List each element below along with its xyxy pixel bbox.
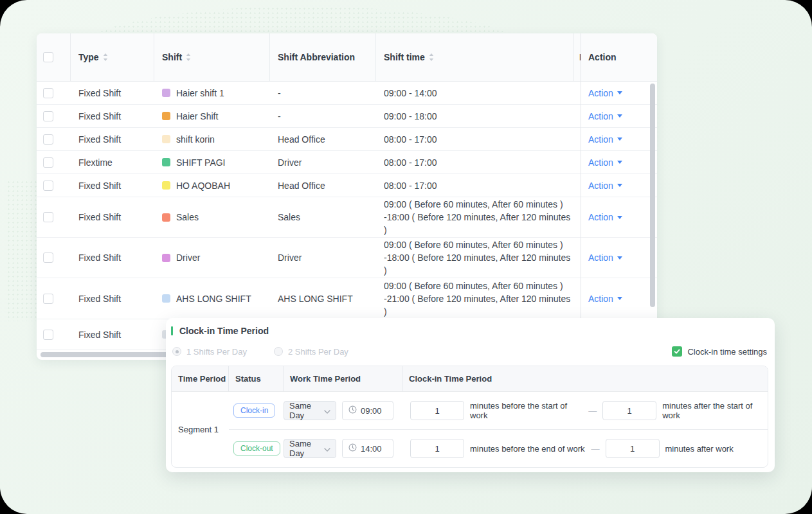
segment-row: Clock-outSame Day14:00minutes before the… — [229, 429, 768, 467]
action-column: Action ActionActionActionActionActionAct… — [581, 33, 648, 360]
shift-cell: HO AQOBAH — [154, 174, 270, 197]
action-label: Action — [588, 134, 613, 145]
day-select[interactable]: Same Day — [284, 439, 336, 458]
row-checkbox[interactable] — [43, 294, 53, 304]
sort-icon — [103, 53, 108, 61]
action-label: Action — [588, 253, 613, 263]
chevron-down-icon — [324, 444, 330, 454]
minutes-after-input[interactable] — [602, 401, 656, 420]
action-dropdown-button[interactable]: Action — [588, 294, 622, 304]
clock-in-period-cell: minutes before the start of work—minutes… — [402, 401, 768, 420]
type-cell: Fixed Shift — [71, 128, 154, 150]
clock-in-time-period-panel: Clock-in Time Period 1 Shifts Per Day 2 … — [166, 318, 775, 472]
type-cell: Fixed Shift — [71, 319, 154, 350]
row-checkbox-cell — [37, 278, 71, 319]
day-select-value: Same Day — [289, 401, 324, 420]
work-time-cell: Same Day09:00 — [284, 401, 402, 420]
action-dropdown-button[interactable]: Action — [588, 212, 622, 222]
row-checkbox-cell — [37, 105, 71, 127]
shift-color-swatch — [162, 135, 170, 143]
day-select-value: Same Day — [289, 439, 324, 458]
table-row: Fixed ShiftSalesSales09:00 ( Before 60 m… — [37, 197, 657, 238]
minutes-before-input[interactable] — [410, 401, 464, 420]
time-value: 09:00 — [361, 406, 382, 416]
vertical-scrollbar[interactable] — [650, 84, 655, 307]
checkbox-checked-icon — [672, 346, 682, 357]
column-header-status: Status — [229, 366, 284, 391]
table-row: Fixed Shiftshift korinHead Office08:00 -… — [37, 128, 657, 151]
type-cell: Fixed Shift — [71, 174, 154, 197]
column-header-shift-time[interactable]: Shift time — [376, 33, 574, 81]
column-header-type[interactable]: Type — [71, 33, 154, 81]
table-row: Fixed ShiftHaier Shift-09:00 - 18:001 — [37, 105, 657, 128]
clock-in-time-settings-checkbox[interactable]: Clock-in time settings — [672, 346, 767, 357]
sort-icon — [186, 53, 191, 61]
row-checkbox[interactable] — [43, 134, 53, 145]
row-checkbox[interactable] — [43, 157, 53, 168]
type-cell: Fixed Shift — [71, 105, 154, 127]
day-select[interactable]: Same Day — [284, 401, 336, 420]
action-cell: Action — [581, 128, 648, 151]
time-picker[interactable]: 14:00 — [342, 439, 393, 458]
column-label: Type — [78, 52, 99, 62]
shift-cell: AHS LONG SHIFT — [154, 278, 270, 319]
minutes-before-input[interactable] — [410, 439, 464, 458]
shift-cell: Sales — [154, 197, 270, 237]
action-dropdown-button[interactable]: Action — [588, 157, 622, 168]
action-dropdown-button[interactable]: Action — [588, 111, 622, 121]
row-checkbox[interactable] — [43, 253, 53, 263]
action-label: Action — [588, 181, 613, 191]
caret-down-icon — [617, 137, 622, 141]
radio-2-shifts-per-day[interactable]: 2 Shifts Per Day — [274, 347, 348, 357]
row-checkbox[interactable] — [43, 88, 53, 98]
action-dropdown-button[interactable]: Action — [588, 253, 622, 263]
action-cell: Action — [581, 105, 648, 128]
radio-1-shifts-per-day[interactable]: 1 Shifts Per Day — [172, 347, 247, 357]
row-checkbox-cell — [37, 174, 71, 197]
type-cell: Flextime — [71, 151, 154, 173]
shift-time-cell: 09:00 ( Before 60 minutes, After 60 minu… — [376, 278, 574, 319]
shift-color-swatch — [162, 181, 170, 190]
abbreviation-cell: Sales — [270, 197, 376, 237]
shift-color-swatch — [162, 112, 170, 120]
caret-down-icon — [617, 216, 622, 219]
row-checkbox[interactable] — [43, 330, 53, 340]
row-checkbox[interactable] — [43, 181, 53, 191]
column-label: Action — [588, 52, 617, 62]
shift-time-cell: 08:00 - 17:00 — [376, 174, 574, 197]
abbreviation-cell: Head Office — [270, 128, 376, 150]
caret-down-icon — [617, 91, 622, 94]
action-dropdown-button[interactable]: Action — [588, 134, 622, 145]
caret-down-icon — [617, 114, 622, 118]
segment-row: Clock-inSame Day09:00minutes before the … — [229, 392, 768, 429]
header-select-all — [37, 33, 71, 81]
clock-in-table: Time Period Status Work Time Period Cloc… — [171, 366, 768, 468]
shift-cell: shift korin — [154, 128, 270, 150]
shift-cell: SHIFT PAGI — [154, 151, 270, 173]
column-header-shift[interactable]: Shift — [154, 33, 270, 81]
column-label: Shift Abbreviation — [278, 52, 355, 62]
select-all-checkbox[interactable] — [43, 52, 53, 62]
action-label: Action — [588, 294, 613, 304]
table-header: Type Shift Shift Abbreviation Shift time — [37, 33, 657, 82]
action-dropdown-button[interactable]: Action — [588, 181, 622, 191]
caret-down-icon — [617, 161, 622, 164]
shift-cell: Driver — [154, 238, 270, 278]
row-checkbox[interactable] — [43, 111, 53, 121]
table-row: Fixed ShiftHaier shift 1-09:00 - 14:00- — [37, 82, 657, 105]
shift-name: Haier shift 1 — [176, 88, 224, 98]
action-cell: Action — [581, 238, 648, 278]
shift-time-cell: 08:00 - 17:00 — [376, 151, 574, 173]
segment-label: Segment 1 — [172, 392, 229, 467]
row-checkbox[interactable] — [43, 212, 53, 222]
clock-icon — [348, 443, 357, 454]
shift-name: Driver — [176, 253, 200, 263]
minutes-after-input[interactable] — [606, 439, 660, 458]
radio-label: 2 Shifts Per Day — [288, 347, 348, 357]
abbreviation-cell: Head Office — [270, 174, 376, 197]
action-dropdown-button[interactable]: Action — [588, 88, 622, 98]
shift-time-cell: 08:00 - 17:00 — [376, 128, 574, 150]
time-picker[interactable]: 09:00 — [342, 401, 393, 420]
shift-color-swatch — [162, 213, 170, 222]
status-cell: Clock-out — [229, 441, 284, 456]
